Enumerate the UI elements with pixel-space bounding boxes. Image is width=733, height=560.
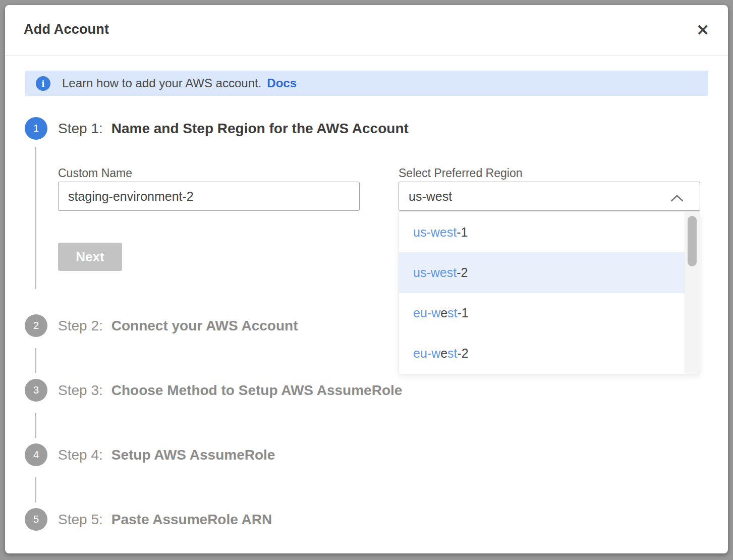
step-5-header: 5 Step 5: Paste AssumeRole ARN xyxy=(25,508,272,531)
step-3-badge: 3 xyxy=(25,379,47,402)
step-2-label: Step 2: xyxy=(58,318,103,334)
step-4-badge: 4 xyxy=(25,443,47,466)
custom-name-label: Custom Name xyxy=(58,166,132,180)
step-2-badge: 2 xyxy=(25,314,47,337)
step-4-header: 4 Step 4: Setup AWS AssumeRole xyxy=(25,443,275,466)
step-4-label: Step 4: xyxy=(58,447,103,463)
dropdown-option-us-west-1[interactable]: us-west-1 xyxy=(399,212,685,252)
dropdown-scrollbar-thumb[interactable] xyxy=(688,216,697,266)
close-icon: ✕ xyxy=(696,23,709,38)
option-text-segment: us-west xyxy=(413,225,457,240)
option-text-segment: e xyxy=(440,306,447,320)
docs-link[interactable]: Docs xyxy=(267,76,297,90)
step-5-badge: 5 xyxy=(25,508,47,531)
step-1-header: 1 Step 1: Name and Step Region for the A… xyxy=(25,117,409,140)
option-text-segment: eu-w xyxy=(413,306,440,320)
modal-header: Add Account ✕ xyxy=(5,5,728,55)
option-text-segment: e xyxy=(440,346,447,361)
add-account-modal: Add Account ✕ i Learn how to add your AW… xyxy=(5,5,728,553)
step-3-title: Choose Method to Setup AWS AssumeRole xyxy=(111,382,403,399)
step-connector xyxy=(35,477,36,502)
step-connector xyxy=(35,413,36,438)
step-5-title: Paste AssumeRole ARN xyxy=(111,512,272,528)
region-label: Select Preferred Region xyxy=(399,166,522,180)
step-2-title: Connect your AWS Account xyxy=(111,318,298,334)
step-4-title: Setup AWS AssumeRole xyxy=(111,447,275,463)
close-button[interactable]: ✕ xyxy=(692,19,714,41)
option-text-segment: eu-w xyxy=(413,346,440,361)
chevron-up-icon[interactable] xyxy=(667,192,687,205)
option-text-segment: st xyxy=(447,306,457,320)
step-1-label: Step 1: xyxy=(58,121,103,137)
option-text-segment: us-west xyxy=(413,265,457,280)
step-3-header: 3 Step 3: Choose Method to Setup AWS Ass… xyxy=(25,379,402,402)
option-text-segment: -2 xyxy=(458,346,469,361)
next-button[interactable]: Next xyxy=(58,243,122,271)
step-connector xyxy=(35,348,36,373)
step-connector xyxy=(35,147,36,289)
step-1-title: Name and Step Region for the AWS Account xyxy=(111,121,409,137)
step-3-label: Step 3: xyxy=(58,382,103,399)
step-2-header: 2 Step 2: Connect your AWS Account xyxy=(25,314,298,337)
option-text-segment: st xyxy=(447,346,457,361)
step-5-label: Step 5: xyxy=(58,512,103,528)
dropdown-option-us-west-2[interactable]: us-west-2 xyxy=(399,252,685,293)
info-banner: i Learn how to add your AWS account. Doc… xyxy=(25,71,708,96)
dropdown-option-eu-west-2[interactable]: eu-west-2 xyxy=(399,333,685,374)
modal-title: Add Account xyxy=(24,22,109,37)
region-dropdown: us-west-1us-west-2eu-west-1eu-west-2 xyxy=(399,211,700,374)
dropdown-option-eu-west-1[interactable]: eu-west-1 xyxy=(399,293,685,333)
option-text-segment: -2 xyxy=(457,265,468,280)
banner-text: Learn how to add your AWS account. xyxy=(62,76,261,90)
option-text-segment: -1 xyxy=(457,225,468,240)
screen-backdrop: Add Account ✕ i Learn how to add your AW… xyxy=(0,0,733,560)
step-1-badge: 1 xyxy=(25,117,47,140)
option-text-segment: -1 xyxy=(458,306,469,320)
region-combobox-input[interactable] xyxy=(399,182,700,211)
dropdown-scrollbar-track[interactable] xyxy=(685,212,700,374)
info-icon: i xyxy=(36,76,50,91)
custom-name-input[interactable] xyxy=(58,182,360,211)
